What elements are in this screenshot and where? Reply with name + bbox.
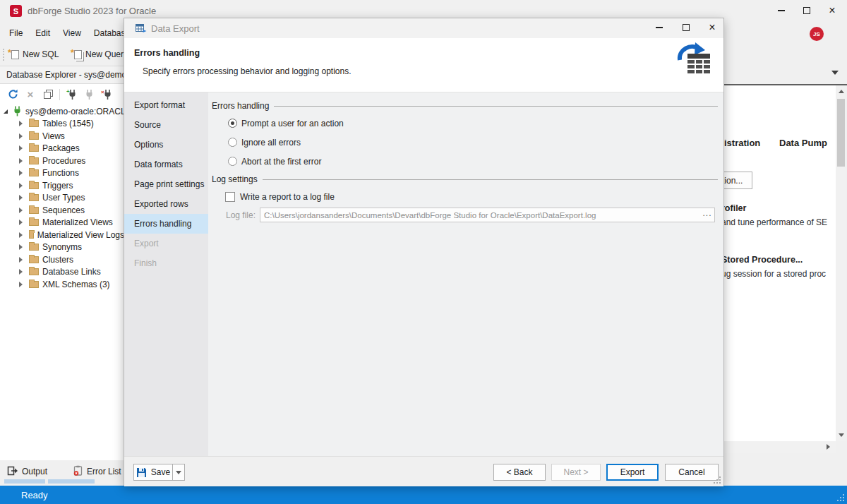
save-button[interactable]: Save (133, 464, 173, 481)
menu-item-file[interactable]: File (3, 24, 29, 42)
tree-node-tables-1545[interactable]: Tables (1545) (0, 118, 124, 131)
menu-item-view[interactable]: View (56, 24, 88, 42)
dialog-maximize-button[interactable] (677, 20, 695, 35)
group-label: Log settings (212, 174, 258, 184)
tree-node-packages[interactable]: Packages (0, 143, 124, 155)
cancel-button[interactable]: Cancel (665, 464, 719, 481)
wizard-step-data-formats[interactable]: Data formats (124, 155, 208, 174)
collapsed-arrow-icon[interactable] (19, 208, 23, 213)
minimize-button[interactable] (772, 3, 791, 18)
tree-node-clusters[interactable]: Clusters (0, 253, 124, 266)
radio-icon[interactable] (228, 157, 237, 166)
refresh-button[interactable] (6, 88, 19, 101)
duplicate-button[interactable] (42, 88, 54, 101)
radio-option-ignore-all-errors[interactable]: Ignore all errors (228, 137, 301, 148)
collapsed-arrow-icon[interactable] (19, 183, 23, 188)
dialog-close-button[interactable]: × (703, 20, 721, 35)
new-sql-button[interactable]: New SQL (9, 47, 61, 62)
tree-node-functions[interactable]: Functions (0, 167, 124, 180)
collapsed-arrow-icon[interactable] (19, 257, 23, 263)
menu-item-edit[interactable]: Edit (29, 24, 56, 42)
radio-option-prompt-a-user-for-an-action[interactable]: Prompt a user for an action (228, 118, 344, 128)
start-page-item[interactable]: Stored Procedure...ug session for a stor… (724, 255, 836, 279)
dialog-minimize-button[interactable] (650, 20, 668, 35)
tree-node-views[interactable]: Views (0, 130, 124, 143)
start-page-button[interactable]: tion... (724, 172, 752, 189)
wizard-step-export-format[interactable]: Export format (124, 95, 208, 115)
collapsed-arrow-icon[interactable] (19, 145, 23, 151)
expanded-arrow-icon[interactable] (4, 109, 8, 114)
collapsed-arrow-icon[interactable] (19, 158, 23, 164)
tree-node-materialized-view-logs[interactable]: Materialized View Logs (0, 229, 124, 241)
start-page-tab-administration[interactable]: istration (724, 138, 760, 148)
close-button[interactable]: × (823, 3, 841, 18)
tree-node-xml-schemas-3[interactable]: XML Schemas (3) (0, 278, 124, 291)
bottom-tab-error-list[interactable]: Error List (73, 464, 121, 479)
connect-button[interactable] (83, 88, 95, 101)
wizard-step-errors-handling[interactable]: Errors handling (124, 214, 208, 234)
collapsed-arrow-icon[interactable] (19, 244, 23, 250)
browse-button[interactable]: ... (700, 210, 714, 221)
radio-option-abort-at-the-first-error[interactable]: Abort at the first error (228, 156, 321, 167)
stop-button[interactable]: × (24, 88, 37, 101)
scroll-down-icon (839, 433, 844, 437)
close-icon: × (709, 22, 715, 33)
start-page-item-title[interactable]: Stored Procedure... (724, 255, 836, 265)
collapsed-arrow-icon[interactable] (19, 282, 23, 287)
collapsed-arrow-icon[interactable] (19, 269, 23, 275)
app-title: dbForge Studio 2023 for Oracle (28, 6, 156, 16)
folder-icon (29, 268, 39, 275)
collapsed-arrow-icon[interactable] (19, 133, 23, 139)
save-icon (136, 467, 147, 478)
tree-root-connection[interactable]: sys@demo-oracle:ORACLT (0, 105, 124, 118)
resize-grip-icon[interactable] (837, 494, 846, 503)
scrollbar-thumb[interactable] (837, 99, 845, 167)
wizard-step-options[interactable]: Options (124, 135, 208, 155)
tree-node-user-types[interactable]: User Types (0, 192, 124, 205)
bottom-tab-output[interactable]: Output (7, 464, 47, 479)
new-query-icon (74, 50, 82, 59)
collapsed-arrow-icon[interactable] (19, 220, 23, 225)
tree-node-triggers[interactable]: Triggers (0, 179, 124, 192)
radio-icon[interactable] (228, 119, 237, 128)
tree-node-label: Procedures (42, 156, 85, 166)
avatar[interactable]: JS (810, 27, 824, 41)
collapsed-arrow-icon[interactable] (19, 170, 23, 176)
log-file-input[interactable] (260, 211, 700, 220)
toolbar-grip[interactable] (3, 49, 5, 61)
wizard-step-source[interactable]: Source (124, 115, 208, 135)
wizard-step-page-print-settings[interactable]: Page print settings (124, 174, 208, 194)
start-page-item-title[interactable]: rofiler (724, 203, 836, 213)
vertical-scrollbar[interactable] (836, 85, 846, 441)
tab-indicator (48, 479, 95, 484)
folder-icon (29, 256, 39, 263)
disconnect-button[interactable]: × (100, 88, 113, 101)
collapsed-arrow-icon[interactable] (19, 232, 23, 238)
tree-node-procedures[interactable]: Procedures (0, 155, 124, 167)
export-button[interactable]: Export (606, 464, 659, 481)
start-page-tab-data-pump[interactable]: Data Pump (779, 138, 827, 148)
tree-node-database-links[interactable]: Database Links (0, 266, 124, 279)
start-page-item[interactable]: rofilerand tune performance of SE (724, 203, 836, 227)
radio-icon[interactable] (228, 138, 237, 147)
back-button[interactable]: < Back (493, 464, 546, 481)
wizard-step-exported-rows[interactable]: Exported rows (124, 194, 208, 214)
dialog-resize-grip-icon[interactable] (714, 476, 722, 485)
new-connection-button[interactable]: + (65, 88, 78, 101)
explorer-toolbar: × + × (0, 84, 124, 104)
save-dropdown-button[interactable] (172, 464, 185, 481)
horizontal-scrollbar[interactable] (724, 441, 836, 453)
explorer-panel: × + × sys@demo-oracle:ORACLTTables (1545… (0, 84, 124, 460)
maximize-button[interactable] (798, 3, 816, 18)
tree-node-label: XML Schemas (3) (42, 280, 110, 289)
tree-node-synonyms[interactable]: Synonyms (0, 241, 124, 254)
tree-node-label: Triggers (42, 181, 73, 191)
collapsed-arrow-icon[interactable] (19, 195, 23, 200)
tree-node-materialized-views[interactable]: Materialized Views (0, 217, 124, 229)
toolbar-overflow-chevron-icon[interactable] (831, 71, 839, 75)
write-log-checkbox-row[interactable]: Write a report to a log file (225, 191, 335, 202)
new-query-button[interactable]: New Query (72, 47, 130, 62)
tree-node-sequences[interactable]: Sequences (0, 204, 124, 217)
collapsed-arrow-icon[interactable] (19, 121, 23, 126)
checkbox-icon[interactable] (225, 192, 235, 202)
